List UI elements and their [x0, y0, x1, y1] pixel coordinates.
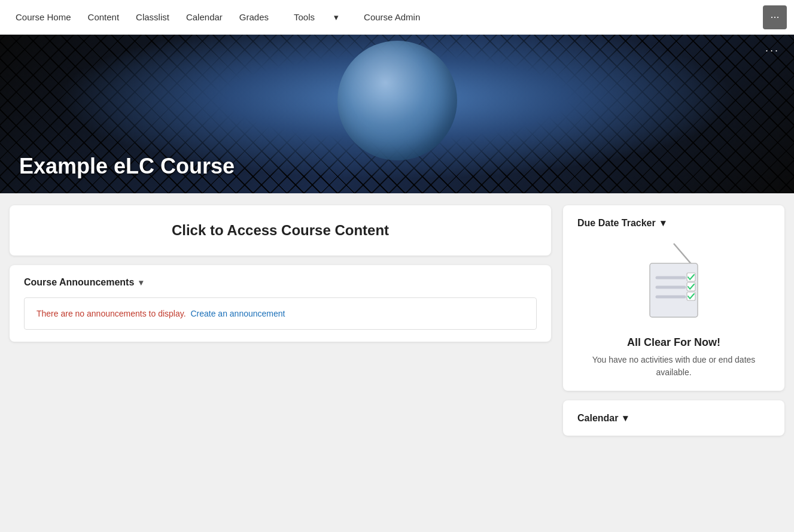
nav-course-admin[interactable]: Course Admin [355, 12, 428, 22]
course-content-card[interactable]: Click to Access Course Content [10, 205, 551, 256]
all-clear-desc: You have no activities with due or end d… [577, 354, 770, 379]
calendar-label: Calendar [577, 413, 618, 424]
left-column: Click to Access Course Content Course An… [10, 205, 551, 342]
course-content-title: Click to Access Course Content [24, 222, 537, 239]
course-banner: ··· Example eLC Course [0, 35, 794, 193]
create-announcement-link[interactable]: Create an announcement [190, 309, 285, 318]
nav-classlist[interactable]: Classlist [127, 12, 178, 22]
nav-more-button[interactable]: ··· [763, 5, 787, 29]
due-date-chevron-icon: ▾ [661, 217, 665, 229]
right-column: Due Date Tracker ▾ [563, 205, 784, 436]
no-announcements-text: There are no announcements to display. [36, 309, 186, 318]
nav-calendar[interactable]: Calendar [178, 12, 231, 22]
calendar-chevron-icon: ▾ [623, 412, 628, 424]
announcements-label: Course Announcements [24, 277, 134, 288]
due-date-illustration [577, 241, 770, 324]
nav-content[interactable]: Content [80, 12, 128, 22]
checklist-svg-icon [638, 241, 710, 324]
announcements-card: Course Announcements ▾ There are no anno… [10, 265, 551, 342]
calendar-header[interactable]: Calendar ▾ [577, 412, 770, 424]
due-date-header[interactable]: Due Date Tracker ▾ [577, 217, 770, 229]
nav-course-home[interactable]: Course Home [7, 12, 80, 22]
nav-grades[interactable]: Grades [231, 12, 277, 22]
announcements-chevron-icon: ▾ [139, 278, 143, 287]
course-title: Example eLC Course [19, 154, 235, 179]
calendar-card: Calendar ▾ [563, 400, 784, 436]
nav-bar: Course Home Content Classlist Calendar G… [0, 0, 794, 35]
due-date-label: Due Date Tracker [577, 218, 656, 229]
announcements-header[interactable]: Course Announcements ▾ [24, 277, 537, 288]
announcements-box: There are no announcements to display. C… [24, 297, 537, 330]
banner-circle-decoration [337, 41, 457, 160]
main-content: Click to Access Course Content Course An… [0, 193, 794, 448]
tools-dropdown-icon: ▾ [325, 12, 347, 23]
nav-tools[interactable]: Tools ▾ [277, 12, 355, 23]
due-date-tracker-card: Due Date Tracker ▾ [563, 205, 784, 391]
banner-more-icon[interactable]: ··· [765, 44, 780, 57]
all-clear-title: All Clear For Now! [577, 336, 770, 349]
